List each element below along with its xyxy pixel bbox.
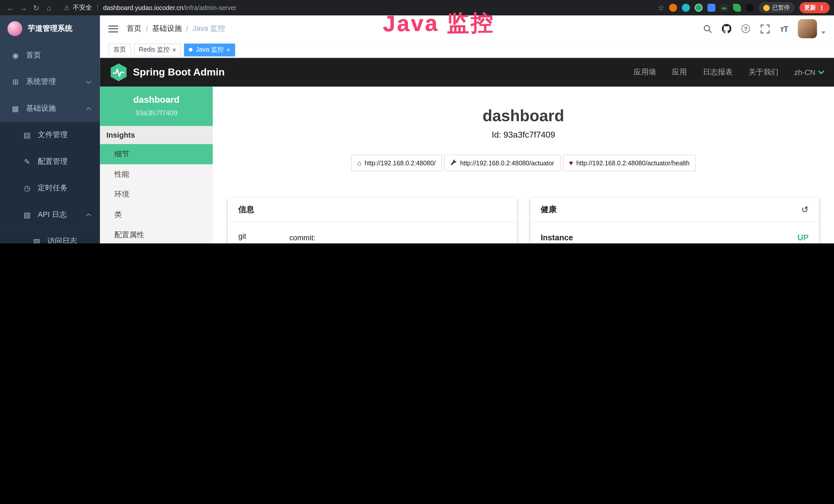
health-url-button[interactable]: ♥ http://192.168.0.2:48080/actuator/heal…: [563, 155, 696, 171]
extension-icon-5[interactable]: [733, 4, 741, 12]
address-bar[interactable]: ⚠ 不安全 dashboard.yudao.iocoder.cn/infra/a…: [64, 3, 652, 12]
instance-hero: dashboard Id: 93a3fc7f7409: [213, 87, 834, 140]
not-secure-label[interactable]: 不安全: [73, 3, 92, 12]
not-secure-warning-icon: ⚠: [64, 4, 69, 12]
sba-item-metrics[interactable]: 性能: [100, 164, 213, 185]
annotation-text: Java 监控: [383, 8, 495, 39]
sidebar-item-api-log[interactable]: ▧ API 日志: [0, 202, 100, 228]
sba-sidebar: dashboard 93a3fc7f7409 Insights 细节 性能 环境…: [100, 87, 213, 244]
smiley-icon: [763, 5, 770, 11]
close-icon[interactable]: ×: [172, 46, 176, 53]
browser-menu-icon[interactable]: ⋮: [818, 4, 825, 12]
info-key: git: [238, 232, 289, 244]
tab-java-monitor[interactable]: Java 监控×: [184, 43, 235, 56]
forward-icon[interactable]: →: [17, 3, 30, 12]
sba-item-config-props[interactable]: 配置属性: [100, 225, 213, 244]
update-label: 更新: [804, 4, 816, 12]
sidebar-item-home[interactable]: ◉ 首页: [0, 42, 100, 69]
extension-icon-1[interactable]: [669, 4, 677, 12]
reload-icon[interactable]: ↻: [30, 3, 43, 12]
sba-item-details[interactable]: 细节: [100, 144, 213, 164]
hamburger-icon[interactable]: [108, 25, 118, 32]
search-icon[interactable]: [702, 23, 712, 34]
extension-icon-on[interactable]: on: [720, 4, 728, 12]
paused-badge[interactable]: 已暂停: [759, 2, 795, 13]
url-text: dashboard.yudao.iocoder.cn/infra/admin-s…: [103, 4, 236, 12]
instance-links: ⌂ http://192.168.0.2:48080/ http://192.1…: [213, 155, 834, 171]
chevron-down-icon: [818, 68, 824, 74]
access-log-icon: ▨: [31, 237, 43, 244]
health-card-title: 健康: [541, 205, 556, 215]
extension-on-badge: on: [722, 6, 727, 10]
admin-sidebar: 芋道管理系统 ◉ 首页 ⊞ 系统管理 ▦ 基础设施 ▤ 文件管理 ✎: [0, 16, 100, 244]
browser-home-icon[interactable]: ⌂: [43, 3, 56, 12]
address-divider: [97, 4, 97, 11]
sba-nav-journal[interactable]: 日志报表: [703, 68, 732, 77]
breadcrumb-home[interactable]: 首页: [127, 24, 141, 33]
extension-icon-6[interactable]: [746, 4, 753, 12]
sba-content: dashboard Id: 93a3fc7f7409 ⌂ http://192.…: [213, 87, 834, 244]
font-size-icon[interactable]: тT: [779, 23, 789, 34]
topbar-actions: ? тT: [702, 19, 825, 39]
sba-nav-links: 应用墙 应用 日志报表 关于我们 zh-CN: [634, 68, 824, 77]
info-card-title: 信息: [238, 205, 254, 215]
sba-nav-about[interactable]: 关于我们: [748, 68, 778, 77]
sba-brand-title[interactable]: Spring Boot Admin: [133, 67, 225, 78]
sidebar-item-access-log[interactable]: ▨ 访问日志: [0, 228, 100, 244]
app-logo[interactable]: 芋道管理系统: [0, 16, 100, 42]
heart-icon: ♥: [569, 159, 573, 167]
health-instance-row[interactable]: Instance UP: [541, 223, 809, 244]
detail-cards: 信息 git commit: time: 1596289704000 id: 2…: [213, 171, 834, 244]
chevron-up-icon: [86, 107, 91, 112]
update-button[interactable]: 更新⋮: [799, 2, 830, 13]
sidebar-item-job[interactable]: ◷ 定时任务: [0, 175, 100, 202]
breadcrumb-infra[interactable]: 基础设施: [152, 24, 182, 33]
sba-item-classes[interactable]: 类: [100, 205, 213, 225]
extension-icon-4[interactable]: [707, 4, 715, 12]
sidebar-item-file[interactable]: ▤ 文件管理: [0, 122, 100, 148]
info-card: 信息 git commit: time: 1596289704000 id: 2…: [227, 198, 517, 244]
back-icon[interactable]: ←: [4, 3, 17, 12]
close-icon[interactable]: ×: [226, 46, 231, 53]
actuator-url-button[interactable]: http://192.168.0.2:48080/actuator: [444, 155, 561, 171]
sba-navbar: Spring Boot Admin 应用墙 应用 日志报表 关于我们 zh-CN: [100, 58, 834, 87]
user-avatar[interactable]: [798, 19, 817, 39]
page-subtitle-id: Id: 93a3fc7f7409: [213, 130, 834, 140]
dashboard-icon: ◉: [9, 51, 21, 60]
paused-label: 已暂停: [772, 4, 790, 12]
breadcrumb: 首页 / 基础设施 / Java 监控: [127, 24, 225, 33]
home-icon: ⌂: [357, 159, 361, 167]
locale-select[interactable]: zh-CN: [794, 68, 823, 76]
sidebar-item-config[interactable]: ✎ 配置管理: [0, 148, 100, 175]
url-host: dashboard.yudao.iocoder.cn: [103, 4, 183, 12]
history-icon[interactable]: ↺: [802, 205, 809, 215]
system-icon: ⊞: [9, 77, 21, 86]
sba-logo-icon[interactable]: [111, 63, 127, 81]
health-card: 健康 ↺ Instance UP: [530, 198, 819, 244]
status-badge: UP: [797, 233, 808, 242]
extension-icon-2[interactable]: [682, 4, 690, 12]
extension-icon-3[interactable]: [695, 4, 702, 12]
sba-item-environment[interactable]: 环境: [100, 185, 213, 205]
instance-name: dashboard: [104, 95, 208, 105]
info-git-row: git commit: time: 1596289704000 id: 27aa…: [238, 223, 506, 244]
breadcrumb-current: Java 监控: [192, 24, 225, 33]
tab-home[interactable]: 首页: [108, 43, 131, 56]
fullscreen-icon[interactable]: [760, 23, 770, 34]
config-icon: ✎: [21, 157, 33, 166]
service-url-button[interactable]: ⌂ http://192.168.0.2:48080/: [351, 155, 442, 171]
avatar-caret-icon[interactable]: [821, 31, 826, 33]
wrench-icon: [451, 159, 457, 167]
browser-actions: ☆ on 已暂停 更新⋮: [658, 2, 830, 13]
tab-redis-monitor[interactable]: Redis 监控×: [134, 43, 181, 56]
sidebar-item-infra[interactable]: ▦ 基础设施: [0, 95, 100, 122]
infra-icon: ▦: [9, 104, 21, 113]
sidebar-item-system[interactable]: ⊞ 系统管理: [0, 69, 100, 95]
sba-nav-applications[interactable]: 应用: [672, 68, 687, 77]
chevron-up-icon: [86, 213, 91, 218]
sba-nav-wallboard[interactable]: 应用墙: [634, 68, 656, 77]
help-icon[interactable]: ?: [741, 23, 751, 34]
bookmark-star-icon[interactable]: ☆: [658, 3, 664, 12]
instance-header[interactable]: dashboard 93a3fc7f7409: [100, 87, 213, 126]
github-icon[interactable]: [721, 23, 732, 34]
